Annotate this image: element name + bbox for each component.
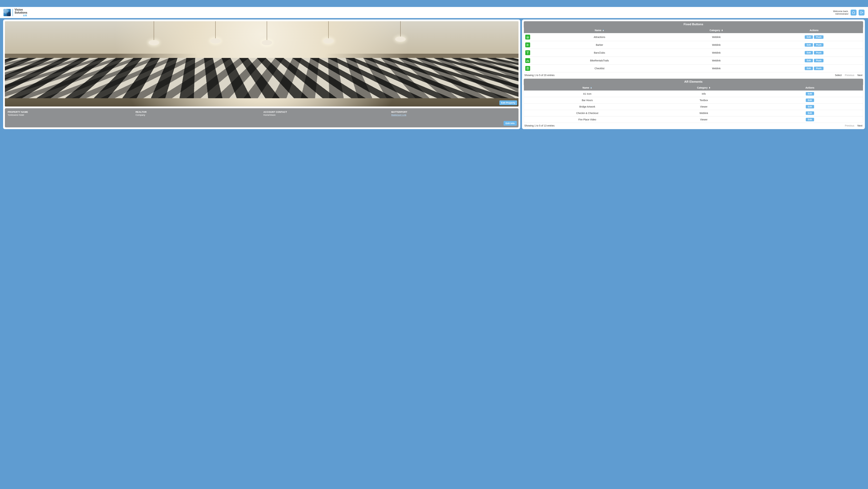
ar-elements-footer: Showing 1 to 5 of 13 entries Previous Ne… bbox=[524, 123, 863, 127]
column-category[interactable]: Category ▲▼ bbox=[651, 85, 757, 90]
clipboard-icon bbox=[525, 66, 530, 71]
cocktail-icon bbox=[525, 50, 530, 55]
edit-button[interactable]: Edit bbox=[805, 43, 813, 47]
edit-button[interactable]: Edit bbox=[805, 51, 813, 55]
edit-button[interactable]: Edit bbox=[805, 35, 813, 39]
push-button[interactable]: Push bbox=[814, 43, 824, 47]
column-actions: Actions bbox=[765, 28, 863, 33]
table-row: Fire Place VideoViewerEdit bbox=[524, 116, 863, 123]
row-name: A1 Icon bbox=[524, 91, 651, 97]
row-category: Textbox bbox=[651, 97, 757, 104]
edit-button[interactable]: Edit bbox=[806, 92, 814, 95]
info-label: REALTOR bbox=[135, 111, 260, 113]
brand-text: Vision Solutions AR bbox=[14, 8, 27, 17]
row-actions: EditPush bbox=[765, 57, 863, 64]
table-row: ChecklistWeblinkEditPush bbox=[524, 64, 863, 72]
row-name: BarsClubs bbox=[531, 49, 668, 57]
bike-icon bbox=[525, 58, 530, 63]
row-name: Bridge Artwork bbox=[524, 104, 651, 110]
row-name: Fire Place Video bbox=[524, 116, 651, 123]
edit-button[interactable]: Edit bbox=[806, 118, 814, 121]
brand-line2: Solutions bbox=[14, 11, 27, 14]
info-value: Matterport Link bbox=[391, 114, 516, 116]
sort-icon[interactable]: ▲▼ bbox=[709, 87, 711, 89]
row-icon-cell bbox=[524, 64, 531, 72]
previous-link[interactable]: Previous bbox=[845, 74, 854, 77]
push-button[interactable]: Push bbox=[814, 51, 824, 55]
brand-line1: Vision bbox=[14, 8, 27, 11]
row-icon-cell bbox=[524, 33, 531, 41]
sort-icon[interactable]: ▲▼ bbox=[590, 87, 592, 89]
row-icon-cell bbox=[524, 57, 531, 64]
info-field: ACCOUNT CONTACTHomeVision bbox=[264, 111, 388, 116]
info-label: MATTERPORT bbox=[391, 111, 516, 113]
column-actions: Actions bbox=[757, 85, 863, 90]
property-photo: Edit Property bbox=[5, 21, 519, 107]
logout-icon bbox=[860, 11, 863, 14]
next-link[interactable]: Next bbox=[858, 74, 862, 77]
home-icon bbox=[852, 11, 855, 14]
fixed-buttons-title: Fixed Buttons bbox=[524, 21, 863, 28]
edit-button[interactable]: Edit bbox=[805, 67, 813, 70]
brand-separator bbox=[12, 9, 13, 16]
row-actions: Edit bbox=[757, 104, 863, 110]
svg-rect-4 bbox=[527, 67, 528, 69]
brand-line3: AR bbox=[14, 14, 27, 17]
row-icon-cell bbox=[524, 49, 531, 57]
next-link[interactable]: Next bbox=[858, 124, 862, 127]
select-link[interactable]: Select bbox=[835, 74, 842, 77]
fixed-buttons-footer: Showing 1 to 5 of 20 entries Select Prev… bbox=[524, 73, 863, 77]
edit-property-button[interactable]: Edit Property bbox=[499, 100, 517, 105]
table-row: BikeRentalsTrailsWeblinkEditPush bbox=[524, 57, 863, 64]
row-name: Bar Hours bbox=[524, 97, 651, 104]
info-field: REALTORCompany bbox=[135, 111, 260, 116]
fixed-buttons-table: Name ▲▼ Category ▲▼ Actions AttractionsW… bbox=[524, 28, 863, 73]
matterport-link[interactable]: Matterport Link bbox=[391, 114, 406, 116]
info-value: Company bbox=[135, 114, 260, 116]
table-row: Bar HoursTextboxEdit bbox=[524, 97, 863, 104]
row-name: Attractions bbox=[531, 33, 668, 41]
row-name: Checkin & Checkout bbox=[524, 110, 651, 116]
push-button[interactable]: Push bbox=[814, 59, 824, 62]
sort-icon[interactable]: ▲▼ bbox=[721, 29, 723, 31]
row-actions: Edit bbox=[757, 97, 863, 104]
info-label: PROPERTY NAME bbox=[8, 111, 132, 113]
edit-button[interactable]: Edit bbox=[806, 105, 814, 108]
column-category[interactable]: Category ▲▼ bbox=[668, 28, 765, 33]
sort-icon[interactable]: ▲▼ bbox=[602, 29, 604, 31]
push-button[interactable]: Push bbox=[814, 35, 824, 39]
row-category: Weblink bbox=[668, 57, 765, 64]
row-category: Viewer bbox=[651, 104, 757, 110]
svg-point-0 bbox=[527, 44, 527, 45]
row-category: Weblink bbox=[651, 110, 757, 116]
edit-info-button[interactable]: Edit Info bbox=[503, 121, 517, 126]
edit-button[interactable]: Edit bbox=[805, 59, 813, 62]
home-button[interactable] bbox=[850, 9, 857, 16]
push-button[interactable]: Push bbox=[814, 67, 824, 70]
previous-link[interactable]: Previous bbox=[845, 124, 854, 127]
brand-logo-icon bbox=[3, 9, 11, 16]
row-category: Info bbox=[651, 91, 757, 97]
fixed-buttons-summary: Showing 1 to 5 of 20 entries bbox=[524, 74, 833, 77]
table-row: AttractionsWeblinkEditPush bbox=[524, 33, 863, 41]
welcome-line1: Welcome back, bbox=[833, 10, 848, 13]
row-actions: Edit bbox=[757, 116, 863, 123]
row-name: Checklist bbox=[531, 64, 668, 72]
ar-elements-title: AR Elements bbox=[524, 79, 863, 85]
column-name[interactable]: Name ▲▼ bbox=[531, 28, 668, 33]
logout-button[interactable] bbox=[859, 9, 865, 16]
welcome-line2: Administrator bbox=[833, 12, 848, 15]
column-icon bbox=[524, 28, 531, 33]
edit-button[interactable]: Edit bbox=[806, 111, 814, 115]
edit-button[interactable]: Edit bbox=[806, 98, 814, 102]
svg-point-1 bbox=[527, 45, 527, 46]
brand: Vision Solutions AR bbox=[3, 8, 27, 17]
ar-elements-summary: Showing 1 to 5 of 13 entries bbox=[524, 124, 842, 127]
fixed-buttons-section: Fixed Buttons Name ▲▼ Category ▲▼ bbox=[524, 21, 863, 77]
property-panel: Edit Property PROPERTY NAMEYorktowne Hot… bbox=[3, 20, 520, 129]
table-row: BarberWeblinkEditPush bbox=[524, 41, 863, 49]
column-name[interactable]: Name ▲▼ bbox=[524, 85, 651, 90]
info-field: MATTERPORTMatterport Link bbox=[391, 111, 516, 116]
row-category: Weblink bbox=[668, 64, 765, 72]
row-actions: Edit bbox=[757, 110, 863, 116]
